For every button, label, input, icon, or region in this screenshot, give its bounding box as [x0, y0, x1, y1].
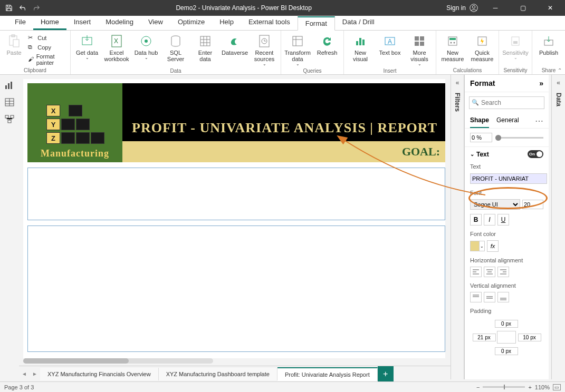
report-canvas[interactable]: X Y Z Manufacturing PROFIT - UNIVARIATE …	[23, 79, 445, 358]
tab-optimize[interactable]: Optimize	[170, 15, 212, 30]
expand-data-icon[interactable]: «	[557, 79, 560, 86]
group-label: Share	[542, 66, 556, 74]
font-size-input[interactable]	[522, 200, 543, 209]
report-view-icon[interactable]	[3, 80, 16, 91]
tab-format[interactable]: Format	[298, 16, 335, 31]
recent-sources-button[interactable]: Recent sources⌄	[251, 33, 277, 67]
tab-home[interactable]: Home	[33, 15, 66, 30]
filters-label[interactable]: Filters	[454, 93, 461, 112]
paste-button[interactable]: Paste	[3, 33, 25, 56]
tab-insert[interactable]: Insert	[66, 15, 99, 30]
visual-placeholder[interactable]	[27, 168, 445, 220]
expand-filters-icon[interactable]: «	[456, 79, 459, 86]
font-color-fx-button[interactable]: fx	[487, 240, 499, 252]
data-hub-button[interactable]: Data hub⌄	[133, 33, 159, 61]
align-left-button[interactable]	[470, 267, 482, 277]
format-tabs-more-icon[interactable]: ⋯	[535, 116, 543, 126]
svg-point-26	[451, 42, 452, 44]
page-tab[interactable]: XYZ Manufacturing Financials Overview	[40, 368, 159, 380]
rotation-slider[interactable]	[495, 137, 543, 139]
zoom-slider[interactable]	[483, 386, 525, 388]
undo-icon[interactable]	[18, 3, 27, 13]
underline-button[interactable]: U	[497, 214, 509, 226]
tab-modeling[interactable]: Modeling	[98, 15, 141, 30]
tab-data-drill[interactable]: Data / Drill	[335, 15, 382, 30]
publish-icon	[541, 34, 556, 48]
add-page-button[interactable]: +	[378, 366, 394, 382]
italic-button[interactable]: I	[484, 214, 495, 226]
text-toggle[interactable]: On	[528, 150, 543, 158]
padding-top-input[interactable]	[495, 320, 518, 328]
text-card-title[interactable]: Text	[476, 151, 489, 158]
manufacturing-label: Manufacturing	[41, 148, 109, 159]
padding-left-input[interactable]	[473, 334, 496, 341]
copy-button[interactable]: ⧉Copy	[28, 43, 67, 52]
new-visual-button[interactable]: New visual	[347, 33, 374, 62]
brush-icon: 🖌	[28, 56, 34, 63]
close-button[interactable]: ✕	[540, 0, 561, 16]
page-nav-next[interactable]: ►	[30, 371, 40, 377]
bold-button[interactable]: B	[470, 214, 482, 226]
publish-button[interactable]: Publish	[535, 33, 562, 56]
redo-icon[interactable]	[32, 3, 41, 13]
font-color-swatch[interactable]: ⌄	[470, 241, 485, 251]
dataverse-button[interactable]: Dataverse	[222, 33, 248, 56]
tab-help[interactable]: Help	[212, 15, 241, 30]
data-pane-label[interactable]: Data	[555, 93, 562, 106]
format-tab-shape[interactable]: Shape	[470, 113, 489, 128]
page-tab[interactable]: XYZ Manufacturing Dashboard template	[159, 368, 277, 380]
visual-placeholder[interactable]	[27, 226, 445, 352]
enter-data-button[interactable]: Enter data	[192, 33, 218, 62]
minimize-button[interactable]: ─	[485, 0, 506, 16]
tab-view[interactable]: View	[141, 15, 170, 30]
tab-external-tools[interactable]: External tools	[241, 15, 298, 30]
chevron-down-icon[interactable]: ⌄	[470, 151, 474, 157]
model-view-icon[interactable]	[3, 114, 16, 124]
fit-page-icon[interactable]: ▭	[553, 384, 561, 390]
padding-bottom-input[interactable]	[495, 347, 518, 355]
quick-measure-button[interactable]: Quick measure	[469, 33, 495, 62]
maximize-button[interactable]: ▢	[512, 0, 533, 16]
rotation-input[interactable]	[470, 133, 492, 142]
sensitivity-button[interactable]: Sensitivity⌄	[502, 33, 529, 61]
get-data-button[interactable]: Get data⌄	[74, 33, 100, 61]
save-icon[interactable]	[4, 3, 14, 13]
align-center-button[interactable]	[484, 267, 495, 277]
text-value-input[interactable]	[470, 173, 547, 184]
title-bar: Demo2 - Univariate Analysis - Power BI D…	[0, 0, 565, 16]
report-title-text: PROFIT - UNIVARIATE ANALYSIS | REPORT	[132, 120, 437, 136]
page-nav-prev[interactable]: ◄	[19, 371, 30, 377]
excel-workbook-button[interactable]: XExcel workbook	[103, 33, 130, 62]
font-family-select[interactable]: Segoe UI	[470, 199, 520, 210]
collapse-format-icon[interactable]: »	[539, 79, 543, 87]
zoom-level: 110%	[535, 384, 550, 390]
table-view-icon[interactable]	[3, 97, 16, 107]
format-search-input[interactable]	[469, 96, 544, 109]
valign-middle-button[interactable]	[484, 292, 495, 302]
signin-button[interactable]: Sign in	[446, 3, 478, 13]
valign-label: Vertical alignment	[465, 280, 549, 291]
group-label: Data	[170, 67, 181, 75]
collapse-ribbon-icon[interactable]: ⌃	[558, 67, 562, 73]
valign-bottom-button[interactable]	[497, 292, 509, 302]
format-tab-general[interactable]: General	[496, 113, 519, 128]
more-visuals-button[interactable]: More visuals⌄	[406, 33, 433, 67]
align-right-button[interactable]	[497, 267, 509, 277]
zoom-out-button[interactable]: −	[476, 384, 480, 390]
refresh-button[interactable]: Refresh	[314, 33, 340, 56]
get-data-icon	[80, 34, 94, 48]
sql-server-button[interactable]: SQL Server	[162, 33, 189, 62]
format-painter-button[interactable]: 🖌Format painter	[28, 53, 67, 66]
valign-top-button[interactable]	[470, 292, 482, 302]
new-measure-button[interactable]: New measure	[439, 33, 466, 62]
svg-rect-36	[5, 115, 8, 118]
tab-file[interactable]: File	[7, 15, 33, 30]
horizontal-scrollbar[interactable]	[23, 358, 213, 364]
padding-right-input[interactable]	[518, 334, 541, 341]
group-label: Queries	[303, 67, 321, 75]
page-tab[interactable]: Profit: Univariate Analysis Report	[277, 367, 378, 381]
transform-data-button[interactable]: Transform data⌄	[284, 33, 311, 67]
zoom-in-button[interactable]: +	[528, 384, 531, 390]
cut-button[interactable]: ✂Cut	[28, 34, 67, 42]
text-box-button[interactable]: AText box	[377, 33, 403, 56]
